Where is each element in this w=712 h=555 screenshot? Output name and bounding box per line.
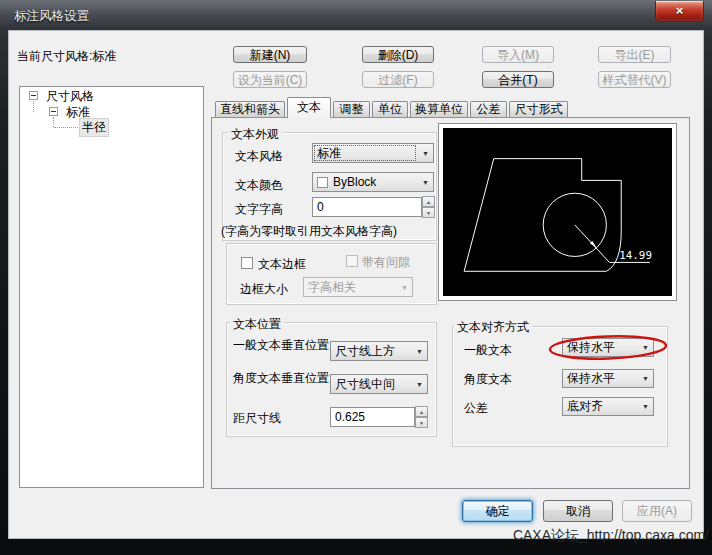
tree-item-radius[interactable]: 半径 <box>80 119 108 136</box>
style-tree: 尺寸风格 标准 半径 <box>19 86 204 488</box>
angle-text-align-select[interactable]: 保持水平 ▼ <box>562 369 654 388</box>
current-style-label: 当前尺寸风格:标准 <box>17 48 116 65</box>
color-swatch-icon <box>317 177 328 188</box>
collapse-icon[interactable] <box>29 91 38 100</box>
tab-text[interactable]: 文本 <box>287 97 331 118</box>
tab-fit[interactable]: 调整 <box>333 101 370 117</box>
title-bar[interactable]: 标注风格设置 × <box>0 0 712 30</box>
border-size-value: 字高相关 <box>308 279 356 296</box>
text-style-select[interactable]: 标准 ▼ <box>312 143 434 163</box>
dimension-style-dialog: 标注风格设置 × 当前尺寸风格:标准 新建(N) 删除(D) 导入(M) 导出(… <box>0 0 712 555</box>
text-color-label: 文本颜色 <box>235 177 283 194</box>
text-height-stepper[interactable]: ▲ ▼ <box>422 196 435 218</box>
spin-down-icon[interactable]: ▼ <box>422 207 435 218</box>
text-appearance-title: 文本外观 <box>228 126 282 143</box>
tolerance-label: 公差 <box>464 400 488 417</box>
offset-from-dimline-input[interactable] <box>330 407 415 427</box>
dialog-title: 标注风格设置 <box>14 8 89 25</box>
tolerance-align-select[interactable]: 底对齐 ▼ <box>562 397 654 416</box>
tree-connector <box>54 127 78 128</box>
delete-button[interactable]: 删除(D) <box>362 46 434 63</box>
merge-button[interactable]: 合并(T) <box>482 71 554 88</box>
collapse-icon[interactable] <box>49 107 58 116</box>
border-size-select: 字高相关 ▼ <box>303 277 413 297</box>
with-gap-label: 带有间隙 <box>362 254 410 271</box>
tree-connector <box>33 101 34 112</box>
set-current-button: 设为当前(C) <box>233 71 307 88</box>
tab-dim-form[interactable]: 尺寸形式 <box>509 101 568 117</box>
general-text-label: 一般文本 <box>464 342 512 359</box>
text-height-label: 文字字高 <box>235 201 283 218</box>
preview-canvas: 14.99 <box>443 128 672 296</box>
tree-item-dimension-style[interactable]: 尺寸风格 <box>46 88 94 105</box>
tree-connector <box>53 117 54 127</box>
angle-vertical-position-select[interactable]: 尺寸线中间 ▼ <box>330 374 428 394</box>
close-button[interactable]: × <box>655 1 704 22</box>
part-outline <box>464 159 621 272</box>
text-style-label: 文本风格 <box>235 148 283 165</box>
general-text-align-select[interactable]: 保持水平 ▼ <box>562 338 654 357</box>
import-button: 导入(M) <box>482 46 554 63</box>
chevron-down-icon: ▼ <box>412 381 427 388</box>
chevron-down-icon: ▼ <box>638 344 653 351</box>
chevron-down-icon: ▼ <box>418 150 433 157</box>
angle-text-align-value: 保持水平 <box>567 370 615 387</box>
with-gap-checkbox <box>346 255 358 267</box>
text-position-title: 文本位置 <box>230 316 284 333</box>
general-text-align-value: 保持水平 <box>567 339 615 356</box>
text-align-title: 文本对齐方式 <box>454 319 532 336</box>
chevron-down-icon: ▼ <box>397 284 412 291</box>
ok-button[interactable]: 确定 <box>462 500 533 522</box>
general-vertical-position-label: 一般文本垂直位置 <box>233 338 329 353</box>
hole-circle <box>543 193 606 256</box>
new-button[interactable]: 新建(N) <box>233 46 307 63</box>
cancel-button[interactable]: 取消 <box>543 500 613 522</box>
watermark-text: CAXA论坛_http://top.caxa.com/ <box>513 527 709 545</box>
border-size-label: 边框大小 <box>240 281 288 298</box>
general-vertical-position-value: 尺寸线上方 <box>335 343 395 360</box>
text-style-value: 标准 <box>317 145 341 162</box>
chevron-down-icon: ▼ <box>638 375 653 382</box>
chevron-down-icon: ▼ <box>412 348 427 355</box>
filter-button: 过滤(F) <box>362 71 434 88</box>
tab-tolerance[interactable]: 公差 <box>470 101 507 117</box>
tab-units[interactable]: 单位 <box>372 101 408 117</box>
angle-vertical-position-label: 角度文本垂直位置 <box>233 371 329 386</box>
tab-lines-arrows[interactable]: 直线和箭头 <box>215 101 285 117</box>
text-color-value: ByBlock <box>333 175 376 189</box>
dimension-value-text: 14.99 <box>619 249 652 262</box>
height-note: (字高为零时取引用文本风格字高) <box>221 223 397 240</box>
chevron-down-icon: ▼ <box>418 179 433 186</box>
apply-button: 应用(A) <box>622 500 692 522</box>
text-color-select[interactable]: ByBlock ▼ <box>312 172 434 192</box>
general-vertical-position-select[interactable]: 尺寸线上方 ▼ <box>330 341 428 361</box>
text-border-label: 文本边框 <box>258 256 306 273</box>
export-button: 导出(E) <box>598 46 671 63</box>
text-border-checkbox[interactable] <box>241 257 253 269</box>
offset-from-dimline-label: 距尺寸线 <box>233 410 281 427</box>
tolerance-align-value: 底对齐 <box>567 398 603 415</box>
angle-vertical-position-value: 尺寸线中间 <box>335 376 395 393</box>
spin-up-icon[interactable]: ▲ <box>415 406 428 417</box>
spin-down-icon[interactable]: ▼ <box>415 417 428 428</box>
tab-alt-units[interactable]: 换算单位 <box>410 101 468 117</box>
spin-up-icon[interactable]: ▲ <box>422 196 435 207</box>
dimension-preview: 14.99 <box>438 123 677 301</box>
chevron-down-icon: ▼ <box>638 403 653 410</box>
text-height-input[interactable] <box>312 197 422 217</box>
preview-drawing: 14.99 <box>443 128 672 296</box>
angle-text-label: 角度文本 <box>464 371 512 388</box>
offset-stepper[interactable]: ▲ ▼ <box>415 406 428 428</box>
style-override-button: 样式替代(V) <box>598 71 671 88</box>
close-icon: × <box>676 3 684 18</box>
